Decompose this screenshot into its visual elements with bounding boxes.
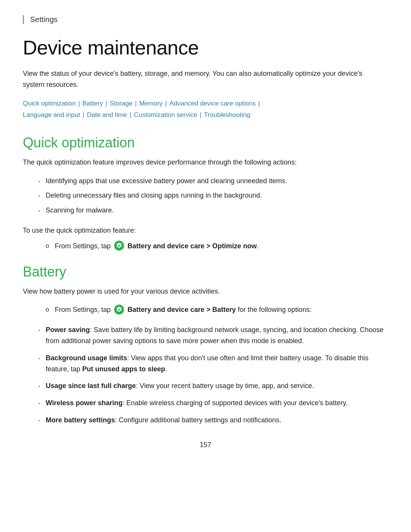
list-item: Power saving: Save battery life by limit… xyxy=(38,324,388,347)
battery-intro: View how battery power is used for your … xyxy=(23,286,381,297)
svg-point-1 xyxy=(118,245,120,247)
list-item: Scanning for malware. xyxy=(38,205,388,216)
battery-options-list: Power saving: Save battery life by limit… xyxy=(38,324,388,426)
battery-step: From Settings, tap Battery and device ca… xyxy=(46,304,388,315)
option-label: Usage since last full charge xyxy=(46,382,136,390)
option-label: More battery settings xyxy=(46,416,115,424)
settings-icon xyxy=(114,241,124,251)
list-item: From Settings, tap Battery and device ca… xyxy=(46,304,388,315)
quick-optimization-heading: Quick optimization xyxy=(23,135,388,151)
page-container: Settings Device maintenance View the sta… xyxy=(0,0,411,532)
quick-optimization-steps: From Settings, tap Battery and device ca… xyxy=(46,241,388,252)
nav-separator-5: | xyxy=(256,100,260,107)
breadcrumb: Settings xyxy=(23,15,388,24)
list-item: Background usage limits: View apps that … xyxy=(38,353,388,375)
quick-optimization-intro: The quick optimization feature improves … xyxy=(23,157,381,168)
list-item: Identifying apps that use excessive batt… xyxy=(38,176,388,187)
nav-separator-7: | xyxy=(128,111,133,118)
nav-link-quick-optimization[interactable]: Quick optimization xyxy=(23,100,76,107)
nav-separator-8: | xyxy=(198,111,203,118)
intro-text: View the status of your device's battery… xyxy=(23,68,365,90)
nav-link-storage[interactable]: Storage xyxy=(110,100,133,107)
option-label: Power saving xyxy=(46,326,90,334)
list-item: More battery settings: Configure additio… xyxy=(38,415,388,426)
quick-optimization-bullets: Identifying apps that use excessive batt… xyxy=(38,176,388,216)
nav-link-advanced[interactable]: Advanced device care options xyxy=(169,100,256,107)
step-bold: Battery and device care > Optimize now xyxy=(127,242,257,250)
svg-point-3 xyxy=(118,308,120,310)
nav-separator-1: | xyxy=(76,100,82,107)
list-item: Wireless power sharing: Enable wireless … xyxy=(38,398,388,409)
list-item: Deleting unnecessary files and closing a… xyxy=(38,190,388,201)
list-item: Usage since last full charge: View your … xyxy=(38,380,388,391)
battery-section: Battery View how battery power is used f… xyxy=(23,264,388,426)
quick-optimization-section: Quick optimization The quick optimizatio… xyxy=(23,135,388,252)
nav-separator-4: | xyxy=(163,100,169,107)
list-item: From Settings, tap Battery and device ca… xyxy=(46,241,388,252)
battery-step-bold: Battery and device care > Battery xyxy=(127,306,236,313)
nav-link-language[interactable]: Language and input xyxy=(23,111,80,118)
nav-separator-6: | xyxy=(81,111,86,118)
page-number: 157 xyxy=(23,441,388,449)
nav-separator-2: | xyxy=(104,100,109,107)
nav-link-troubleshooting[interactable]: Troubleshooting xyxy=(204,111,250,118)
nav-link-date[interactable]: Date and time xyxy=(87,111,127,118)
nav-separator-3: | xyxy=(133,100,139,107)
nav-link-battery[interactable]: Battery xyxy=(83,100,103,107)
nav-link-customization[interactable]: Customization service xyxy=(134,111,197,118)
option-label: Background usage limits xyxy=(46,354,127,362)
settings-icon-2 xyxy=(114,305,124,315)
battery-heading: Battery xyxy=(23,264,388,280)
to-use-text: To use the quick optimization feature: xyxy=(23,225,388,236)
nav-links: Quick optimization | Battery | Storage |… xyxy=(23,98,388,121)
inline-bold: Put unused apps to sleep xyxy=(82,365,165,373)
nav-link-memory[interactable]: Memory xyxy=(139,100,162,107)
option-label: Wireless power sharing xyxy=(46,399,123,407)
page-title: Device maintenance xyxy=(23,36,388,59)
